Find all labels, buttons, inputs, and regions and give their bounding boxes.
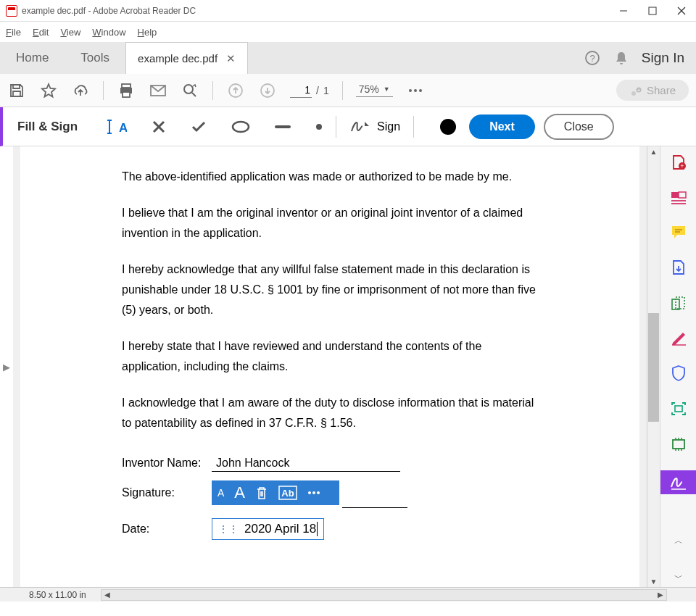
menubar: File Edit View Window Help [0,22,696,42]
increase-text-size-button[interactable]: A [234,483,245,502]
combine-files-icon[interactable] [668,190,689,205]
fill-sign-rail-icon[interactable] [660,470,697,494]
protect-icon[interactable] [668,365,689,382]
date-annotation-field[interactable]: ⋮⋮ 2020 April 18 [212,518,324,540]
paragraph: I hereby state that I have reviewed and … [122,336,538,377]
svg-rect-1 [649,7,656,14]
vertical-scrollbar[interactable]: ▲ ▼ [647,146,660,587]
svg-point-15 [414,89,417,92]
inventor-name-value[interactable]: John Hancock [212,455,400,472]
right-tools-rail: + ︿ ﹀ [660,146,696,587]
next-button[interactable]: Next [469,115,535,139]
tab-home[interactable]: Home [0,42,65,74]
sign-label: Sign [377,120,400,133]
paragraph: The above-identified application was mad… [122,167,538,187]
scroll-left-icon[interactable]: ◀ [102,590,113,600]
export-pdf-icon[interactable] [668,259,689,276]
circle-tool-icon[interactable] [231,120,250,133]
zoom-value: 75% [359,83,379,95]
svg-point-32 [312,491,315,494]
share-button[interactable]: + Share [616,80,689,101]
close-window-button[interactable] [676,5,687,17]
tab-document-close-icon[interactable]: ✕ [226,52,236,65]
star-icon[interactable] [39,81,58,100]
svg-text:Ab: Ab [281,488,294,499]
scroll-up-icon[interactable]: ▲ [647,148,660,156]
rail-scroll-up-icon[interactable]: ︿ [674,532,683,550]
horizontal-scrollbar[interactable]: ◀ ▶ [101,589,667,601]
document-viewport[interactable]: The above-identified application was mad… [13,146,647,587]
svg-rect-37 [679,192,686,198]
signature-label: Signature: [122,486,202,499]
cross-mark-tool-icon[interactable] [152,120,166,134]
text-annotation-toolbar: A A Ab [212,480,339,505]
scan-ocr-icon[interactable] [668,401,689,417]
paragraph: I acknowledge that I am aware of the dut… [122,393,538,433]
signature-row: Signature: A A Ab [122,480,538,505]
menu-window[interactable]: Window [92,27,125,38]
cloud-upload-icon[interactable] [71,81,90,100]
tab-document[interactable]: example dec.pdf ✕ [125,42,248,74]
svg-point-10 [184,85,193,93]
create-pdf-icon[interactable]: + [668,154,689,171]
share-icon: + [629,85,642,96]
minimize-button[interactable] [618,5,629,17]
scroll-down-icon[interactable]: ▼ [647,578,660,586]
tab-tools[interactable]: Tools [65,42,125,74]
svg-text:?: ? [589,53,594,64]
next-page-icon[interactable] [258,81,277,100]
notifications-icon[interactable] [613,49,630,67]
dot-tool-icon[interactable] [315,123,323,130]
main-toolbar: / 1 75% ▼ + Share [0,74,696,107]
date-value[interactable]: 2020 April 18 [244,522,318,536]
prev-page-icon[interactable] [226,81,245,100]
left-panel-expand-icon[interactable]: ▶ [0,146,13,587]
page-indicator: / 1 [290,83,329,98]
maximize-button[interactable] [647,5,658,17]
menu-view[interactable]: View [60,27,80,38]
inventor-name-label: Inventor Name: [122,457,202,470]
text-tool-icon[interactable]: Ab [107,119,127,135]
email-icon[interactable] [149,81,167,100]
organize-pages-icon[interactable] [668,295,689,311]
svg-point-16 [419,89,422,92]
color-picker[interactable] [440,119,456,135]
close-fillsign-button[interactable]: Close [544,114,614,140]
more-annotation-options-icon[interactable] [307,491,320,495]
sign-button[interactable]: Sign [349,119,400,135]
zoom-dropdown[interactable]: 75% ▼ [356,83,393,97]
decrease-text-size-button[interactable]: A [218,487,224,499]
more-options-icon[interactable] [406,81,425,100]
save-icon[interactable] [7,81,26,100]
menu-help[interactable]: Help [138,27,157,38]
line-tool-icon[interactable] [275,125,291,129]
compress-pdf-icon[interactable] [668,436,689,451]
tabstrip: Home Tools example dec.pdf ✕ ? Sign In [0,42,696,74]
sign-in-link[interactable]: Sign In [642,50,684,66]
scrollbar-thumb[interactable] [648,313,659,422]
svg-point-17 [631,91,636,96]
help-icon[interactable]: ? [584,49,601,67]
fill-sign-toolbar: Fill & Sign Ab Sign Next Close [0,107,696,146]
checkmark-tool-icon[interactable] [191,120,207,133]
svg-point-28 [316,124,322,130]
svg-rect-8 [123,92,130,97]
comment-icon[interactable] [668,224,689,240]
menu-edit[interactable]: Edit [33,27,49,38]
svg-point-26 [233,122,249,132]
menu-file[interactable]: File [6,27,21,38]
print-icon[interactable] [117,81,136,100]
character-spacing-icon[interactable]: Ab [278,486,297,500]
scroll-right-icon[interactable]: ▶ [655,590,666,600]
content-area: ▶ The above-identified application was m… [0,146,696,587]
window-title: example dec.pdf - Adobe Acrobat Reader D… [22,6,618,16]
page-dimensions: 8.50 x 11.00 in [29,590,86,600]
drag-handle-icon[interactable]: ⋮⋮ [218,523,239,535]
find-icon[interactable] [181,81,199,100]
rail-scroll-down-icon[interactable]: ﹀ [674,569,683,587]
app-icon [6,5,17,17]
page-input[interactable] [290,83,312,98]
edit-pdf-icon[interactable] [668,330,689,346]
delete-annotation-icon[interactable] [255,486,268,500]
page-separator: / [316,85,319,96]
